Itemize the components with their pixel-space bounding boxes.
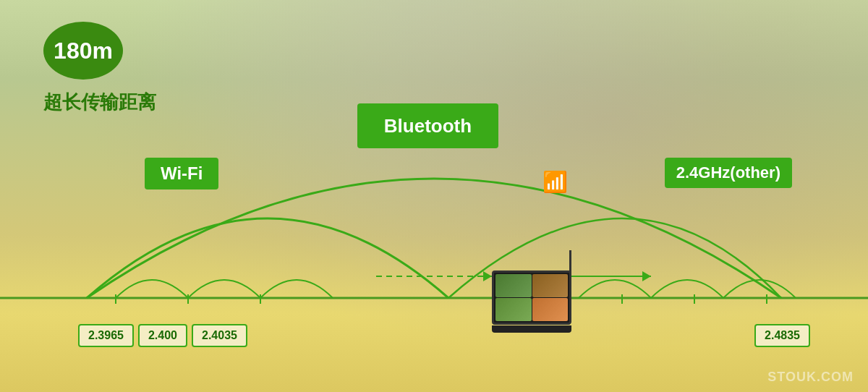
screen-quad-1 [495, 274, 532, 297]
antenna [569, 250, 571, 276]
wifi-text: Wi-Fi [161, 163, 203, 183]
wifi-label: Wi-Fi [145, 158, 218, 189]
distance-badge: 180m [43, 22, 123, 80]
freq-text: 2.4GHz(other) [676, 163, 780, 182]
freq-badge-3: 2.4035 [192, 324, 247, 347]
top-left-info: 180m 超长传输距离 [43, 22, 156, 115]
freq-label: 2.4GHz(other) [665, 158, 792, 188]
monitor-device [492, 270, 579, 343]
freq-badge-1: 2.3965 [78, 324, 134, 347]
bluetooth-label: Bluetooth [357, 103, 498, 148]
screen-quad-2 [532, 274, 569, 297]
freq-badge-4: 2.4835 [754, 324, 810, 347]
svg-marker-2 [483, 271, 492, 281]
main-container: 180m 超长传输距离 [0, 0, 868, 392]
screen-quad-3 [495, 298, 532, 321]
freq-right-group: 2.4835 [754, 324, 810, 347]
bluetooth-text: Bluetooth [384, 115, 472, 137]
monitor-screen [492, 270, 571, 325]
freq-left-group: 2.3965 2.400 2.4035 [78, 324, 247, 347]
screen-quad-4 [532, 298, 569, 321]
watermark: STOUK.COM [767, 370, 854, 385]
monitor-base [492, 325, 571, 333]
wifi-signal-icon: 📶 [542, 170, 568, 194]
freq-badge-2: 2.400 [138, 324, 187, 347]
distance-text: 180m [54, 38, 113, 64]
svg-marker-4 [642, 271, 651, 281]
